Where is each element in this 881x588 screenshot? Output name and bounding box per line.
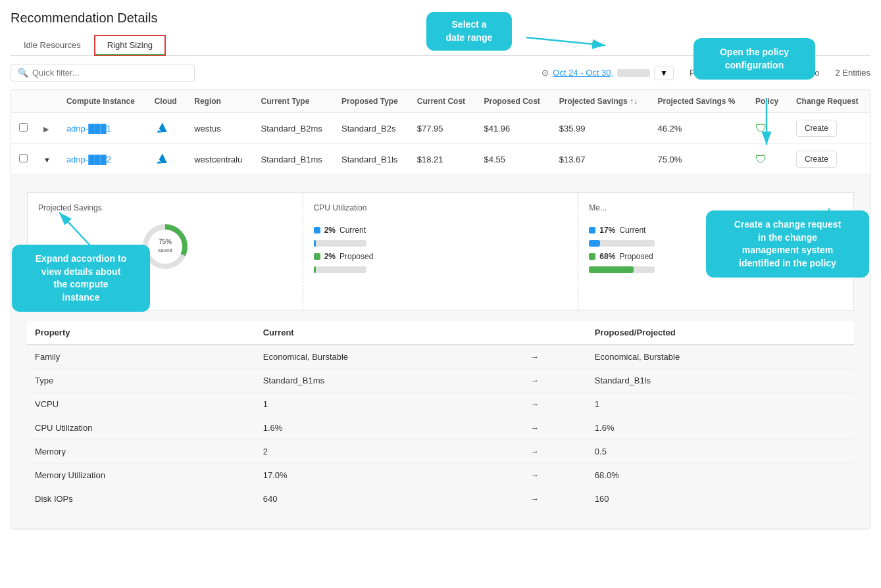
props-col-property: Property xyxy=(27,321,255,345)
row2-instance-name[interactable]: adnp-███2 xyxy=(66,155,111,164)
prop-memory-util-label: Memory Utilization xyxy=(27,464,255,487)
row2-proj-savings-pct-cell: 75.0% xyxy=(650,144,747,175)
row1-policy-icon[interactable]: 🛡 xyxy=(755,122,767,135)
prop-disk-iops-label: Disk IOPs xyxy=(27,487,255,511)
row2-cloud-cell xyxy=(147,144,187,175)
props-row-disk-iops: Disk IOPs 640 → 160 xyxy=(27,487,854,511)
props-col-proposed: Proposed/Projected xyxy=(587,321,854,345)
prop-family-label: Family xyxy=(27,345,255,369)
callout-create: Create a change request in the change ma… xyxy=(706,210,869,278)
table-body: ▶ adnp-███1 westus Standard_B2ms Standar… xyxy=(11,113,870,529)
row1-cloud-cell xyxy=(147,113,187,144)
search-input[interactable] xyxy=(32,68,188,78)
props-row-type: Type Standard_B1ms → Standard_B1ls xyxy=(27,369,854,393)
azure-icon xyxy=(155,121,168,134)
row1-expand-button[interactable]: ▶ xyxy=(43,125,49,133)
cpu-proposed-bar xyxy=(314,266,568,273)
row2-region-cell: westcentralu xyxy=(186,144,253,175)
date-range-link[interactable]: Oct 24 - Oct 30, xyxy=(553,68,613,78)
date-range-redacted xyxy=(617,69,650,77)
prop-memory-label: Memory xyxy=(27,440,255,464)
prop-cpu-util-arrow: → xyxy=(522,416,587,440)
cpu-current-pct: 2% xyxy=(324,226,336,235)
row1-proj-savings-cell: $35.99 xyxy=(551,113,650,144)
cpu-current-fill xyxy=(314,240,316,247)
panel-projected-savings-title: Projected Savings xyxy=(38,203,292,212)
col-header-proposed-type: Proposed Type xyxy=(334,90,409,113)
row1-current-type-cell: Standard_B2ms xyxy=(253,113,334,144)
cpu-chart-area: 2% Current xyxy=(314,220,568,282)
table-row: ▶ adnp-███1 westus Standard_B2ms Standar… xyxy=(11,113,870,144)
cpu-current-dot xyxy=(314,227,320,233)
props-row-cpu-util: CPU Utilization 1.6% → 1.6% xyxy=(27,416,854,440)
cpu-proposed-pct: 2% xyxy=(324,252,336,261)
row1-policy-cell: 🛡 xyxy=(747,113,788,144)
row2-current-cost-cell: $18.21 xyxy=(409,144,476,175)
mem-proposed-dot xyxy=(589,253,595,260)
props-col-arrow xyxy=(522,321,587,345)
row1-create-button[interactable]: Create xyxy=(796,120,837,137)
prop-cpu-util-current: 1.6% xyxy=(255,416,522,440)
mem-current-dot xyxy=(589,227,595,233)
cpu-proposed-legend: 2% Proposed xyxy=(314,252,568,261)
prop-disk-iops-proposed: 160 xyxy=(587,487,854,511)
row1-instance-cell: adnp-███1 xyxy=(59,113,147,144)
clock-icon: ⊙ xyxy=(541,68,549,78)
row1-region-cell: westus xyxy=(186,113,253,144)
prop-family-current: Economical, Burstable xyxy=(255,345,522,369)
prop-vcpu-label: VCPU xyxy=(27,393,255,416)
prop-family-arrow: → xyxy=(522,345,587,369)
search-box[interactable]: 🔍 xyxy=(11,64,195,82)
prop-vcpu-proposed: 1 xyxy=(587,393,854,416)
entities-count: 2 Entities xyxy=(836,68,870,78)
page-container: Recommendation Details Idle Resources Ri… xyxy=(0,0,881,588)
row2-policy-icon[interactable]: 🛡 xyxy=(755,153,767,166)
tab-idle-resources[interactable]: Idle Resources xyxy=(11,35,94,55)
row1-checkbox[interactable] xyxy=(19,123,28,132)
col-header-current-type: Current Type xyxy=(253,90,334,113)
row2-checkbox[interactable] xyxy=(19,154,28,162)
col-header-checkbox xyxy=(11,90,36,113)
row1-expand-cell: ▶ xyxy=(36,113,59,144)
svg-text:75%: 75% xyxy=(159,238,172,245)
prop-disk-iops-arrow: → xyxy=(522,487,587,511)
col-header-region: Region xyxy=(186,90,253,113)
prop-vcpu-arrow: → xyxy=(522,393,587,416)
prop-memory-current: 2 xyxy=(255,440,522,464)
props-row-memory: Memory 2 → 0.5 xyxy=(27,440,854,464)
props-row-family: Family Economical, Burstable → Economica… xyxy=(27,345,854,369)
prop-type-label: Type xyxy=(27,369,255,393)
row1-instance-name[interactable]: adnp-███1 xyxy=(66,124,111,134)
row2-create-button[interactable]: Create xyxy=(796,151,837,168)
prop-memory-util-proposed: 68.0% xyxy=(587,464,854,487)
tab-right-sizing[interactable]: Right Sizing xyxy=(94,35,166,56)
props-row-vcpu: VCPU 1 → 1 xyxy=(27,393,854,416)
row2-instance-cell: adnp-███2 xyxy=(59,144,147,175)
table-header: Compute Instance Cloud Region Current Ty… xyxy=(11,90,870,113)
cpu-proposed-dot xyxy=(314,253,320,260)
row1-proposed-type-cell: Standard_B2s xyxy=(334,113,409,144)
row1-current-cost-cell: $77.95 xyxy=(409,113,476,144)
col-header-proj-savings-pct: Projected Savings % xyxy=(650,90,747,113)
col-header-policy: Policy xyxy=(747,90,788,113)
cpu-current-legend: 2% Current xyxy=(314,226,568,235)
row1-proj-savings-pct-cell: 46.2% xyxy=(650,113,747,144)
col-header-cloud: Cloud xyxy=(147,90,187,113)
col-header-change-request: Change Request xyxy=(788,90,870,113)
row1-proposed-cost-cell: $41.96 xyxy=(476,113,551,144)
prop-memory-proposed: 0.5 xyxy=(587,440,854,464)
cpu-current-label: Current xyxy=(340,226,366,235)
cpu-current-bar xyxy=(314,240,568,247)
prop-vcpu-current: 1 xyxy=(255,393,522,416)
col-header-current-cost: Current Cost xyxy=(409,90,476,113)
mem-current-label: Current xyxy=(619,226,645,235)
prop-type-arrow: → xyxy=(522,369,587,393)
props-row-memory-util: Memory Utilization 17.0% → 68.0% xyxy=(27,464,854,487)
mem-proposed-fill xyxy=(589,266,634,273)
col-header-expand xyxy=(36,90,59,113)
panel-cpu-utilization: CPU Utilization 2% Current xyxy=(303,193,579,310)
col-header-instance: Compute Instance xyxy=(59,90,147,113)
date-range-dropdown[interactable]: ▼ xyxy=(654,66,674,80)
row2-expand-button[interactable]: ▼ xyxy=(43,156,51,164)
callout-policy: Open the policy configuration xyxy=(693,38,815,80)
